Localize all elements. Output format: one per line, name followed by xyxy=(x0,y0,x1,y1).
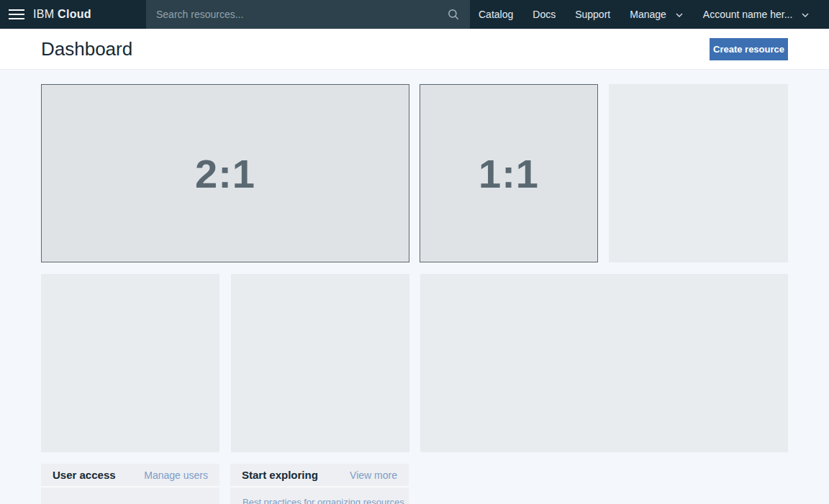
placeholder-panel xyxy=(231,274,409,452)
placeholder-panel xyxy=(41,274,219,452)
best-practices-link[interactable]: Best practices for organizing resources xyxy=(243,497,404,504)
account-selector[interactable]: Account name her... xyxy=(703,9,810,20)
placeholder-panel xyxy=(609,84,788,262)
card-title: User access xyxy=(53,469,116,481)
page-title: Dashboard xyxy=(41,38,132,60)
chevron-down-icon xyxy=(675,9,684,20)
ibm-cloud-logo[interactable]: IBM Cloud xyxy=(33,8,91,21)
placeholder-panel-2-1: 2:1 xyxy=(41,84,409,262)
nav-link-docs[interactable]: Docs xyxy=(533,9,556,20)
nav-link-manage-label: Manage xyxy=(630,9,666,20)
placeholder-panel xyxy=(420,274,788,452)
top-navbar: IBM Cloud Catalog Docs Support Manage Ac… xyxy=(0,0,829,29)
nav-link-support[interactable]: Support xyxy=(575,9,610,20)
dashboard-grid: 2:1 1:1 User access Manage users Start e… xyxy=(0,69,829,504)
brand-ibm: IBM xyxy=(33,8,54,20)
user-access-card-header: User access Manage users xyxy=(41,464,219,487)
resource-search-bar[interactable] xyxy=(146,0,470,29)
card-title: Start exploring xyxy=(242,469,318,481)
page-header: Dashboard Create resource xyxy=(0,29,829,69)
navbar-links: Catalog Docs Support Manage Account name… xyxy=(470,0,829,29)
start-exploring-card: Start exploring View more Best practices… xyxy=(230,464,409,504)
nav-menu-manage[interactable]: Manage xyxy=(630,9,684,20)
ratio-label-2-1: 2:1 xyxy=(195,150,255,197)
brand-cloud: Cloud xyxy=(58,8,91,20)
view-more-link[interactable]: View more xyxy=(350,469,397,481)
nav-link-catalog[interactable]: Catalog xyxy=(479,9,513,20)
manage-users-link[interactable]: Manage users xyxy=(144,469,208,481)
user-access-card: User access Manage users xyxy=(41,464,219,504)
hamburger-menu-icon[interactable] xyxy=(0,0,33,29)
account-name-label: Account name her... xyxy=(703,9,793,20)
ratio-label-1-1: 1:1 xyxy=(479,150,539,197)
chevron-down-icon xyxy=(801,9,810,20)
search-input[interactable] xyxy=(156,9,447,20)
search-icon[interactable] xyxy=(447,8,460,21)
placeholder-panel-1-1: 1:1 xyxy=(420,84,598,262)
start-exploring-card-header: Start exploring View more xyxy=(230,464,409,487)
create-resource-button[interactable]: Create resource xyxy=(710,38,788,60)
